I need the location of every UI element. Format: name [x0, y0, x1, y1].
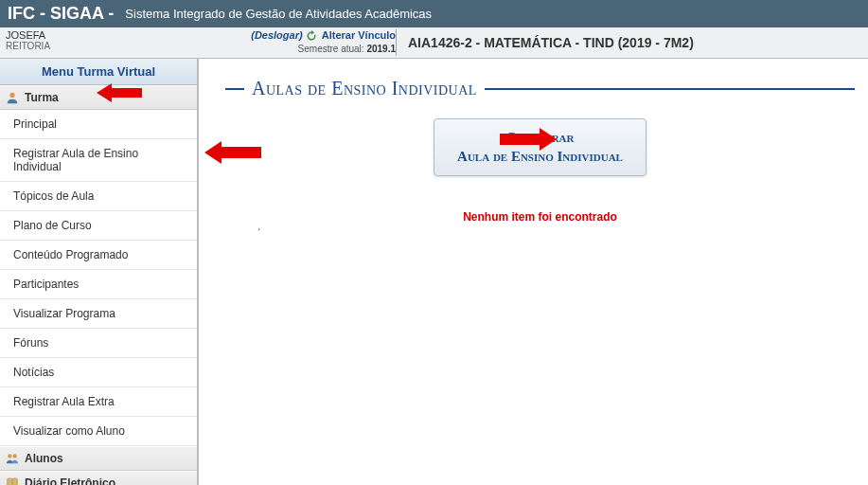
top-bar: IFC - SIGAA - Sistema Integrado de Gestã…	[0, 0, 868, 27]
section-alunos[interactable]: Alunos	[0, 446, 197, 471]
info-bar: JOSEFA REITORIA (Deslogar) Alterar Víncu…	[0, 27, 868, 59]
menu-item-principal[interactable]: Principal	[0, 110, 197, 139]
menu-item-foruns[interactable]: Fóruns	[0, 329, 197, 358]
people-icon	[6, 452, 19, 465]
course-title: AIA1426-2 - MATEMÁTICA - TIND (2019 - 7M…	[396, 29, 862, 56]
menu-item-visualizar-como-aluno[interactable]: Visualizar como Aluno	[0, 417, 197, 446]
menu-item-registrar-aula-extra[interactable]: Registrar Aula Extra	[0, 387, 197, 417]
button-container: Cadastrar Aula de Ensino Individual	[225, 118, 855, 176]
menu-items: Principal Registrar Aula de Ensino Indiv…	[0, 110, 197, 446]
semestre-label-row: Semestre atual: 2019.1	[206, 44, 396, 54]
logout-link[interactable]: (Deslogar)	[251, 29, 302, 41]
svg-point-2	[12, 454, 16, 458]
menu-item-plano-de-curso[interactable]: Plano de Curso	[0, 211, 197, 241]
title-line-left	[225, 88, 244, 90]
book-icon	[6, 476, 19, 485]
user-name: JOSEFA	[6, 29, 206, 41]
menu-item-participantes[interactable]: Participantes	[0, 270, 197, 299]
page-title: Aulas de Ensino Individual	[225, 78, 855, 99]
user-icon	[6, 91, 19, 104]
menu-item-noticias[interactable]: Notícias	[0, 358, 197, 387]
svg-point-1	[8, 454, 11, 458]
empty-message: Nenhum item foi encontrado	[225, 210, 855, 224]
section-diario-label: Diário Eletrônico	[25, 476, 115, 485]
app-title: IFC - SIGAA -	[8, 4, 114, 24]
main-panel: Aulas de Ensino Individual Cadastrar Aul…	[199, 59, 868, 485]
section-turma-label: Turma	[25, 91, 59, 104]
section-alunos-label: Alunos	[25, 452, 63, 465]
alterar-vinculo-link[interactable]: Alterar Vínculo	[322, 29, 396, 41]
section-turma[interactable]: Turma	[0, 85, 197, 110]
refresh-icon	[306, 30, 317, 42]
menu-item-conteudo-programado[interactable]: Conteúdo Programado	[0, 241, 197, 270]
menu-item-visualizar-programa[interactable]: Visualizar Programa	[0, 299, 197, 329]
user-affiliation: REITORIA	[6, 41, 206, 51]
page-title-text: Aulas de Ensino Individual	[252, 78, 477, 99]
cadastrar-button-line1: Cadastrar	[457, 129, 623, 148]
cadastrar-aula-button[interactable]: Cadastrar Aula de Ensino Individual	[434, 118, 647, 176]
semestre-value: 2019.1	[366, 44, 396, 54]
stray-dot: .	[257, 220, 260, 233]
menu-item-registrar-aula-ensino-individual[interactable]: Registrar Aula de Ensino Individual	[0, 139, 197, 182]
menu-header: Menu Turma Virtual	[0, 59, 197, 85]
app-subtitle: Sistema Integrado de Gestão de Atividade…	[125, 7, 432, 21]
semestre-label: Semestre atual:	[298, 44, 364, 54]
section-diario[interactable]: Diário Eletrônico	[0, 471, 197, 485]
title-line-right	[485, 88, 855, 90]
svg-point-0	[9, 93, 14, 98]
sidebar: Menu Turma Virtual Turma Principal Regis…	[0, 59, 199, 485]
cadastrar-button-line2: Aula de Ensino Individual	[457, 148, 623, 167]
menu-item-topicos-de-aula[interactable]: Tópicos de Aula	[0, 182, 197, 211]
